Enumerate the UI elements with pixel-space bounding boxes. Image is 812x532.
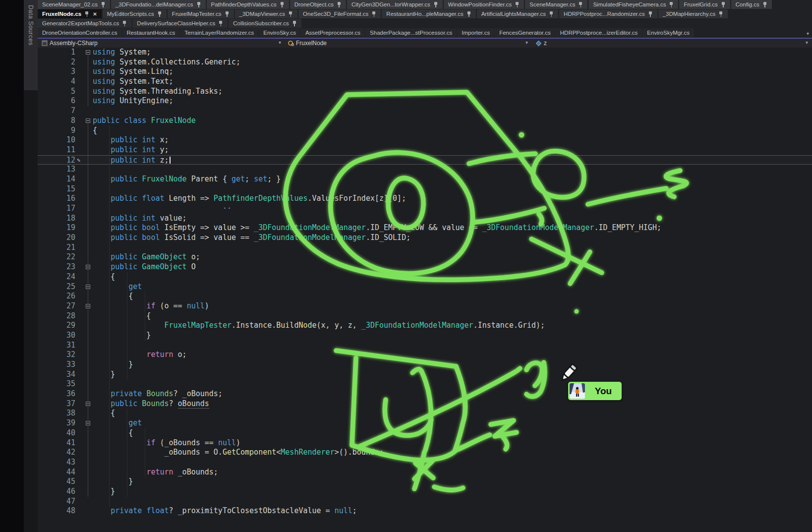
pin-icon[interactable] [648, 11, 653, 17]
code-line-22[interactable]: 22 public GameObject o; [38, 252, 812, 262]
tab-FruxelMapTester.cs[interactable]: FruxelMapTester.cs [168, 9, 234, 18]
code-line-8[interactable]: 8public class FruxelNode [38, 116, 812, 126]
code-line-18[interactable]: 18 public int value; [38, 214, 812, 224]
tab-DroneObject.cs[interactable]: DroneObject.cs [290, 0, 346, 9]
code-line-45[interactable]: 45 } [38, 477, 812, 487]
pin-icon[interactable] [197, 1, 201, 7]
code-line-34[interactable]: 34 } [38, 370, 812, 380]
pin-icon[interactable] [579, 1, 583, 7]
tab-CollisionSubscriber.cs[interactable]: CollisionSubscriber.cs [229, 19, 301, 28]
tab-FruxelGrid.cs[interactable]: FruxelGrid.cs [679, 0, 730, 9]
tab-HDRPPostproce...izerEditor.cs[interactable]: HDRPPostproce...izerEditor.cs [556, 28, 642, 37]
code-line-19[interactable]: 19 public bool IsEmpty => value >= _3DFo… [38, 223, 812, 233]
tab-TerrainLayerRandomizer.cs[interactable]: TerrainLayerRandomizer.cs [180, 28, 258, 37]
tab-_3DMapViewer.cs[interactable]: _3DMapViewer.cs [235, 9, 297, 18]
tab-EnviroSky.cs[interactable]: EnviroSky.cs [259, 28, 300, 37]
breadcrumb-type[interactable]: FruxelNode [288, 39, 327, 48]
code-line-26[interactable]: 26 { [38, 292, 812, 301]
pin-icon[interactable] [101, 1, 106, 7]
tab-WindowPositionFinder.cs[interactable]: WindowPositionFinder.cs [444, 0, 524, 9]
breadcrumb-member[interactable]: z [535, 39, 547, 48]
code-line-32[interactable]: 32 return o; [38, 350, 812, 360]
code-line-30[interactable]: 30 } [38, 331, 812, 341]
tab-AssetPreprocessor.cs[interactable]: AssetPreprocessor.cs [301, 28, 365, 37]
pin-icon[interactable] [122, 20, 127, 26]
pin-icon[interactable] [337, 1, 342, 7]
pin-icon[interactable] [372, 11, 376, 17]
code-line-20[interactable]: 20 public bool IsSolid => value == _3DFo… [38, 233, 812, 243]
code-line-10[interactable]: 10 public int x; [38, 135, 812, 145]
code-line-11[interactable]: 11 public int y; [38, 145, 812, 155]
code-line-14[interactable]: 14 public FruxelNode Parent { get; set; … [38, 175, 812, 184]
tab-FencesGenerator.cs[interactable]: FencesGenerator.cs [495, 28, 555, 37]
code-line-48[interactable]: 48 private float? _proximityToClosestObs… [38, 506, 812, 516]
code-line-42[interactable]: 42 _oBounds = O.GetComponent<MeshRendere… [38, 448, 812, 458]
code-line-35[interactable]: 35 [38, 379, 812, 389]
tab-Config.cs[interactable]: Config.cs [731, 0, 772, 9]
fold-margin[interactable] [84, 116, 93, 126]
code-line-24[interactable]: 24 { [38, 272, 812, 282]
tab-_3DMapHierarchy.cs[interactable]: _3DMapHierarchy.cs [658, 9, 728, 18]
code-line-39[interactable]: 39 get [38, 418, 812, 428]
pin-icon[interactable] [434, 1, 438, 7]
code-line-41[interactable]: 41 if (_oBounds == null) [38, 438, 812, 448]
pin-icon[interactable] [280, 1, 285, 7]
tab-EnviroSkyMgr.cs[interactable]: EnviroSkyMgr.cs [642, 28, 694, 37]
code-line-6[interactable]: 6using UnityEngine; [38, 96, 812, 106]
pin-icon[interactable] [292, 20, 297, 26]
code-line-4[interactable]: 4using System.Text; [38, 77, 812, 87]
code-line-5[interactable]: 5using System.Threading.Tasks; [38, 87, 812, 97]
tab-SceneManager.cs[interactable]: SceneManager.cs [525, 0, 587, 9]
chevron-down-icon[interactable]: ▾ [806, 40, 808, 45]
code-line-37[interactable]: 37 public Bounds? oBounds [38, 399, 812, 409]
fold-margin[interactable] [84, 48, 93, 58]
fold-margin[interactable] [84, 282, 93, 292]
data-sources-vertical-tab[interactable]: Data Sources [24, 0, 38, 90]
fold-margin[interactable] [84, 301, 93, 311]
breadcrumb-project[interactable]: Assembly-CSharp [42, 39, 98, 48]
code-line-36[interactable]: 36 private Bounds? _oBounds; [38, 389, 812, 399]
code-line-7[interactable]: 7 [38, 106, 812, 116]
pin-icon[interactable] [549, 11, 554, 17]
code-line-3[interactable]: 3using System.Linq; [38, 67, 812, 77]
code-line-1[interactable]: 1using System; [38, 48, 812, 58]
tab-Generator2ExportMapTools.cs[interactable]: Generator2ExportMapTools.cs [38, 19, 131, 28]
code-line-43[interactable]: 43 [38, 458, 812, 468]
pin-icon[interactable] [721, 1, 726, 7]
code-line-12[interactable]: 12✎ public int z; [38, 155, 812, 165]
code-line-33[interactable]: 33 } [38, 360, 812, 370]
code-line-47[interactable]: 47 [38, 497, 812, 507]
code-line-25[interactable]: 25 get [38, 282, 812, 292]
fold-margin[interactable] [84, 418, 93, 428]
tab-Importer.cs[interactable]: Importer.cs [457, 28, 494, 37]
chevron-down-icon[interactable]: ▾ [525, 40, 528, 45]
close-icon[interactable]: ✕ [93, 11, 97, 17]
tab-SimulatedFisheyeCamera.cs[interactable]: SimulatedFisheyeCamera.cs [588, 0, 678, 9]
code-line-40[interactable]: 40 { [38, 428, 812, 438]
collapse-icon[interactable] [86, 118, 90, 123]
tab-FruxelNode.cs[interactable]: FruxelNode.cs✕ [38, 9, 102, 18]
tab-OneSec3D_FileFormat.cs[interactable]: OneSec3D_FileFormat.cs [298, 9, 381, 18]
chevron-down-icon[interactable]: ▾ [279, 40, 281, 45]
code-line-21[interactable]: 21 [38, 243, 812, 253]
code-line-44[interactable]: 44 return _oBounds; [38, 468, 812, 477]
code-line-17[interactable]: 17 ·· [38, 204, 812, 214]
tab-PathfinderDepthValues.cs[interactable]: PathfinderDepthValues.cs [207, 0, 289, 9]
code-line-31[interactable]: 31 [38, 341, 812, 351]
collapse-icon[interactable] [86, 50, 90, 55]
pin-icon[interactable] [719, 11, 723, 17]
pin-icon[interactable] [158, 11, 162, 17]
tab-DeliverySurfaceClassHelper.cs[interactable]: DeliverySurfaceClassHelper.cs [132, 19, 228, 28]
code-line-16[interactable]: 16 public float Length => PathfinderDept… [38, 194, 812, 204]
tab-RestaurantHo...pleManager.cs[interactable]: RestaurantHo...pleManager.cs [382, 9, 475, 18]
fold-margin[interactable] [84, 399, 93, 409]
pin-icon[interactable] [225, 11, 230, 17]
pin-icon[interactable] [669, 1, 674, 7]
code-line-2[interactable]: 2using System.Collections.Generic; [38, 58, 812, 67]
code-line-29[interactable]: 29 FruxelMapTester.Instance.BuildNode(x,… [38, 321, 812, 331]
tab-MyEditorScripts.cs[interactable]: MyEditorScripts.cs [103, 9, 167, 18]
code-editor[interactable]: 1using System;2using System.Collections.… [38, 48, 812, 532]
tab-RestaurantHook.cs[interactable]: RestaurantHook.cs [122, 28, 180, 37]
fold-margin[interactable] [84, 262, 93, 272]
code-line-38[interactable]: 38 { [38, 409, 812, 418]
